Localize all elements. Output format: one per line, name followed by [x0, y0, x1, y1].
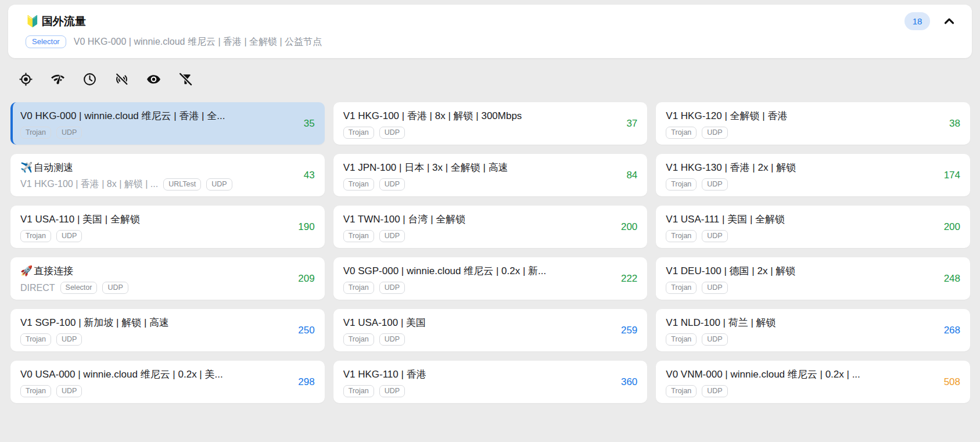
- proxy-type-tag: UDP: [56, 385, 82, 397]
- proxy-type-tag: UDP: [379, 178, 405, 191]
- hide-unavailable-icon[interactable]: [114, 72, 129, 87]
- proxy-name: V1 HKG-130 | 香港 | 2x | 解锁: [666, 161, 934, 174]
- proxy-card[interactable]: V0 HKG-000 | winnie.cloud 维尼云 | 香港 | 全..…: [10, 102, 325, 145]
- latency-value: 43: [304, 170, 315, 181]
- latency-value: 259: [621, 325, 637, 336]
- proxy-card[interactable]: V1 USA-111 | 美国 | 全解锁 TrojanUDP 200: [656, 206, 970, 248]
- proxy-name: V0 VNM-000 | winnie.cloud 维尼云 | 0.2x | .…: [666, 368, 934, 381]
- proxy-meta-row: TrojanUDP: [666, 127, 934, 139]
- proxy-meta-row: TrojanUDP: [343, 282, 612, 294]
- latency-value: 209: [298, 273, 314, 285]
- proxy-name: V1 SGP-100 | 新加坡 | 解锁 | 高速: [20, 316, 289, 329]
- proxy-type-tag: UDP: [379, 282, 405, 294]
- proxy-type-tag: Trojan: [343, 333, 374, 346]
- proxy-subtitle: DIRECT: [20, 283, 55, 293]
- filter-off-icon[interactable]: [178, 72, 193, 87]
- proxy-type-tag: Trojan: [666, 230, 697, 242]
- proxy-card[interactable]: V0 SGP-000 | winnie.cloud 维尼云 | 0.2x | 新…: [333, 257, 648, 300]
- proxy-card[interactable]: V0 USA-000 | winnie.cloud 维尼云 | 0.2x | 美…: [10, 361, 325, 403]
- proxy-name: V1 NLD-100 | 荷兰 | 解锁: [666, 316, 934, 329]
- proxy-meta-row: TrojanUDP: [20, 385, 289, 397]
- proxy-meta-row: TrojanUDP: [343, 230, 612, 242]
- proxy-type-tag: Trojan: [666, 385, 697, 397]
- proxy-name: V1 USA-110 | 美国 | 全解锁: [20, 213, 289, 226]
- proxy-meta-row: TrojanUDP: [666, 385, 934, 397]
- proxy-type-tag: UDP: [702, 178, 727, 191]
- speedtest-icon[interactable]: [51, 72, 65, 87]
- proxy-type-tag: UDP: [702, 282, 727, 294]
- proxy-type-tag: Trojan: [20, 127, 51, 139]
- proxy-card[interactable]: V1 HKG-100 | 香港 | 8x | 解锁 | 300Mbps Troj…: [333, 102, 648, 145]
- proxy-type-tag: UDP: [379, 385, 405, 397]
- proxy-card[interactable]: V1 HKG-130 | 香港 | 2x | 解锁 TrojanUDP 174: [656, 154, 970, 196]
- proxy-type-tag: UDP: [379, 230, 405, 242]
- proxy-name: ✈️ 自动测速: [20, 161, 289, 174]
- latency-history-icon[interactable]: [82, 72, 97, 87]
- proxy-name: 🚀 直接连接: [20, 264, 289, 278]
- proxy-meta-row: DIRECT SelectorUDP: [20, 282, 289, 294]
- proxy-type-tag: Trojan: [20, 333, 51, 346]
- latency-value: 200: [944, 221, 960, 233]
- proxy-card[interactable]: V1 HKG-120 | 全解锁 | 香港 TrojanUDP 38: [656, 102, 970, 145]
- locate-icon[interactable]: [19, 72, 33, 87]
- proxy-emoji-icon: 🚀: [20, 265, 33, 277]
- proxy-meta-row: TrojanUDP: [343, 385, 612, 397]
- proxy-type-tag: UDP: [379, 333, 405, 346]
- latency-value: 200: [621, 221, 637, 233]
- proxy-name: V1 USA-111 | 美国 | 全解锁: [666, 213, 934, 226]
- proxy-type-tag: UDP: [56, 333, 82, 346]
- proxy-type-tag: Trojan: [666, 333, 697, 346]
- proxy-card[interactable]: V1 USA-110 | 美国 | 全解锁 TrojanUDP 190: [10, 206, 325, 248]
- proxy-card[interactable]: V1 NLD-100 | 荷兰 | 解锁 TrojanUDP 268: [656, 309, 970, 351]
- proxy-meta-row: TrojanUDP: [20, 333, 289, 346]
- proxy-card[interactable]: ✈️ 自动测速 V1 HKG-100 | 香港 | 8x | 解锁 | ... …: [10, 154, 325, 196]
- collapse-button[interactable]: [942, 14, 957, 29]
- group-type-badge: Selector: [26, 35, 66, 48]
- latency-value: 508: [944, 376, 960, 388]
- proxy-card[interactable]: V1 JPN-100 | 日本 | 3x | 全解锁 | 高速 TrojanUD…: [333, 154, 648, 196]
- proxy-type-tag: Trojan: [343, 127, 374, 139]
- proxy-name: V1 JPN-100 | 日本 | 3x | 全解锁 | 高速: [343, 161, 612, 174]
- proxy-card[interactable]: V1 USA-100 | 美国 TrojanUDP 259: [333, 309, 648, 351]
- proxy-type-tag: Trojan: [20, 385, 51, 397]
- group-title: 国外流量: [42, 14, 86, 29]
- proxy-type-tag: UDP: [56, 230, 82, 242]
- proxy-meta-row: TrojanUDP: [343, 178, 612, 191]
- proxy-name: V1 DEU-100 | 德国 | 2x | 解锁: [666, 264, 934, 278]
- latency-value: 360: [621, 376, 637, 388]
- proxy-type-tag: Trojan: [666, 127, 697, 139]
- proxy-type-tag: UDP: [206, 178, 232, 191]
- proxy-card[interactable]: V0 VNM-000 | winnie.cloud 维尼云 | 0.2x | .…: [656, 361, 970, 403]
- proxy-type-tag: UDP: [702, 127, 727, 139]
- proxy-card[interactable]: 🚀 直接连接 DIRECT SelectorUDP 209: [10, 257, 325, 300]
- proxy-emoji-icon: ✈️: [20, 161, 33, 174]
- proxy-name: V1 USA-100 | 美国: [343, 316, 612, 329]
- latency-value: 174: [944, 170, 960, 181]
- proxy-meta-row: TrojanUDP: [343, 127, 612, 139]
- proxy-toolbar: [19, 72, 193, 87]
- latency-value: 190: [298, 221, 314, 233]
- proxy-type-tag: UDP: [102, 282, 128, 294]
- current-selection-text: V0 HKG-000 | winnie.cloud 维尼云 | 香港 | 全解锁…: [74, 36, 322, 48]
- proxy-card[interactable]: V1 HKG-110 | 香港 TrojanUDP 360: [333, 361, 648, 403]
- proxy-name: V0 HKG-000 | winnie.cloud 维尼云 | 香港 | 全..…: [20, 109, 289, 123]
- visibility-icon[interactable]: [146, 72, 161, 87]
- proxy-group-header: 🔰 国外流量 18 Selector V0 HKG-000 | winnie.c…: [8, 5, 972, 58]
- proxy-meta-row: TrojanUDP: [343, 333, 612, 346]
- latency-value: 84: [626, 170, 637, 181]
- proxy-type-tag: Trojan: [666, 178, 697, 191]
- proxy-type-tag: Trojan: [343, 178, 374, 191]
- proxy-type-tag: UDP: [702, 333, 727, 346]
- proxy-card[interactable]: V1 TWN-100 | 台湾 | 全解锁 TrojanUDP 200: [333, 206, 648, 248]
- proxy-name: V0 SGP-000 | winnie.cloud 维尼云 | 0.2x | 新…: [343, 264, 612, 278]
- proxy-name: V1 HKG-100 | 香港 | 8x | 解锁 | 300Mbps: [343, 109, 612, 123]
- latency-value: 250: [298, 325, 314, 336]
- proxy-card[interactable]: V1 DEU-100 | 德国 | 2x | 解锁 TrojanUDP 248: [656, 257, 970, 300]
- proxy-type-tag: UDP: [56, 127, 82, 139]
- proxy-card[interactable]: V1 SGP-100 | 新加坡 | 解锁 | 高速 TrojanUDP 250: [10, 309, 325, 351]
- proxy-type-tag: UDP: [702, 385, 727, 397]
- proxy-meta-row: V1 HKG-100 | 香港 | 8x | 解锁 | ... URLTestU…: [20, 178, 289, 191]
- proxy-name: V0 USA-000 | winnie.cloud 维尼云 | 0.2x | 美…: [20, 368, 289, 381]
- proxy-grid: V0 HKG-000 | winnie.cloud 维尼云 | 香港 | 全..…: [10, 102, 970, 403]
- proxy-type-tag: Trojan: [343, 282, 374, 294]
